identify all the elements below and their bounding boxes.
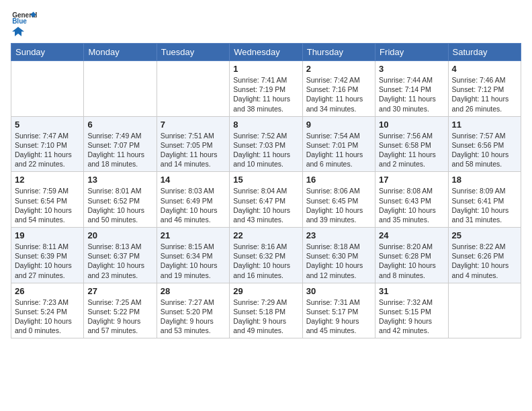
day-info: Sunrise: 7:31 AM Sunset: 5:17 PM Dayligh…: [306, 298, 371, 336]
day-info: Sunrise: 8:09 AM Sunset: 6:41 PM Dayligh…: [452, 186, 517, 224]
calendar-cell: 28Sunrise: 7:27 AM Sunset: 5:20 PM Dayli…: [157, 283, 229, 338]
day-number: 27: [87, 286, 152, 296]
calendar-week-row: 19Sunrise: 8:11 AM Sunset: 6:39 PM Dayli…: [11, 228, 521, 283]
calendar-cell: 22Sunrise: 8:16 AM Sunset: 6:32 PM Dayli…: [230, 228, 302, 283]
calendar-cell: 14Sunrise: 8:03 AM Sunset: 6:49 PM Dayli…: [157, 172, 229, 228]
day-number: 30: [306, 286, 371, 296]
day-number: 15: [233, 175, 298, 185]
day-info: Sunrise: 7:27 AM Sunset: 5:20 PM Dayligh…: [161, 298, 226, 336]
calendar-cell: [11, 61, 84, 117]
day-info: Sunrise: 7:47 AM Sunset: 7:10 PM Dayligh…: [15, 131, 80, 169]
calendar-cell: 27Sunrise: 7:25 AM Sunset: 5:22 PM Dayli…: [84, 283, 157, 338]
calendar-cell: 3Sunrise: 7:44 AM Sunset: 7:14 PM Daylig…: [375, 61, 448, 117]
calendar-cell: 9Sunrise: 7:54 AM Sunset: 7:01 PM Daylig…: [302, 116, 375, 172]
day-of-week-header: Saturday: [448, 44, 521, 61]
day-info: Sunrise: 8:11 AM Sunset: 6:39 PM Dayligh…: [15, 242, 80, 280]
page-header: General Blue: [11, 11, 521, 38]
calendar-cell: [157, 61, 229, 117]
day-number: 10: [379, 120, 444, 130]
day-info: Sunrise: 8:15 AM Sunset: 6:34 PM Dayligh…: [161, 242, 226, 280]
day-info: Sunrise: 7:25 AM Sunset: 5:22 PM Dayligh…: [87, 298, 152, 336]
calendar-cell: 26Sunrise: 7:23 AM Sunset: 5:24 PM Dayli…: [11, 283, 84, 338]
day-info: Sunrise: 8:08 AM Sunset: 6:43 PM Dayligh…: [379, 186, 444, 224]
day-info: Sunrise: 8:22 AM Sunset: 6:26 PM Dayligh…: [452, 242, 517, 280]
day-number: 31: [379, 286, 444, 296]
calendar-cell: 30Sunrise: 7:31 AM Sunset: 5:17 PM Dayli…: [302, 283, 375, 338]
day-number: 16: [306, 175, 371, 185]
calendar-week-row: 5Sunrise: 7:47 AM Sunset: 7:10 PM Daylig…: [11, 116, 521, 172]
day-number: 3: [379, 64, 444, 74]
calendar-week-row: 1Sunrise: 7:41 AM Sunset: 7:19 PM Daylig…: [11, 61, 521, 117]
calendar-header: SundayMondayTuesdayWednesdayThursdayFrid…: [11, 44, 521, 61]
day-info: Sunrise: 7:54 AM Sunset: 7:01 PM Dayligh…: [306, 131, 371, 169]
day-info: Sunrise: 8:18 AM Sunset: 6:30 PM Dayligh…: [306, 242, 371, 280]
day-info: Sunrise: 7:29 AM Sunset: 5:18 PM Dayligh…: [233, 298, 298, 336]
svg-marker-3: [12, 27, 24, 36]
days-of-week-row: SundayMondayTuesdayWednesdayThursdayFrid…: [11, 44, 521, 61]
day-info: Sunrise: 8:13 AM Sunset: 6:37 PM Dayligh…: [87, 242, 152, 280]
calendar-cell: 23Sunrise: 8:18 AM Sunset: 6:30 PM Dayli…: [302, 228, 375, 283]
day-info: Sunrise: 7:42 AM Sunset: 7:16 PM Dayligh…: [306, 75, 371, 113]
calendar-cell: 12Sunrise: 7:59 AM Sunset: 6:54 PM Dayli…: [11, 172, 84, 228]
calendar-cell: 13Sunrise: 8:01 AM Sunset: 6:52 PM Dayli…: [84, 172, 157, 228]
day-number: 28: [161, 286, 226, 296]
day-info: Sunrise: 7:52 AM Sunset: 7:03 PM Dayligh…: [233, 131, 298, 169]
day-info: Sunrise: 7:32 AM Sunset: 5:15 PM Dayligh…: [379, 298, 444, 336]
day-number: 29: [233, 286, 298, 296]
calendar-cell: 18Sunrise: 8:09 AM Sunset: 6:41 PM Dayli…: [448, 172, 521, 228]
day-info: Sunrise: 8:20 AM Sunset: 6:28 PM Dayligh…: [379, 242, 444, 280]
calendar-cell: 7Sunrise: 7:51 AM Sunset: 7:05 PM Daylig…: [157, 116, 229, 172]
calendar-cell: 16Sunrise: 8:06 AM Sunset: 6:45 PM Dayli…: [302, 172, 375, 228]
day-of-week-header: Tuesday: [157, 44, 229, 61]
day-of-week-header: Wednesday: [230, 44, 302, 61]
day-number: 20: [87, 230, 152, 240]
day-info: Sunrise: 7:49 AM Sunset: 7:07 PM Dayligh…: [87, 131, 152, 169]
day-of-week-header: Friday: [375, 44, 448, 61]
day-number: 1: [233, 64, 298, 74]
day-number: 25: [452, 230, 517, 240]
day-number: 6: [87, 120, 152, 130]
calendar-cell: [84, 61, 157, 117]
day-number: 21: [161, 230, 226, 240]
day-info: Sunrise: 7:46 AM Sunset: 7:12 PM Dayligh…: [452, 75, 517, 113]
calendar-cell: 2Sunrise: 7:42 AM Sunset: 7:16 PM Daylig…: [302, 61, 375, 117]
calendar-cell: 8Sunrise: 7:52 AM Sunset: 7:03 PM Daylig…: [230, 116, 302, 172]
day-number: 24: [379, 230, 444, 240]
day-number: 8: [233, 120, 298, 130]
day-number: 17: [379, 175, 444, 185]
logo: General Blue: [11, 11, 38, 38]
calendar-week-row: 12Sunrise: 7:59 AM Sunset: 6:54 PM Dayli…: [11, 172, 521, 228]
svg-text:Blue: Blue: [12, 17, 27, 24]
day-info: Sunrise: 8:06 AM Sunset: 6:45 PM Dayligh…: [306, 186, 371, 224]
day-info: Sunrise: 7:51 AM Sunset: 7:05 PM Dayligh…: [161, 131, 226, 169]
day-number: 13: [87, 175, 152, 185]
day-number: 12: [15, 175, 80, 185]
calendar-cell: 5Sunrise: 7:47 AM Sunset: 7:10 PM Daylig…: [11, 116, 84, 172]
day-number: 2: [306, 64, 371, 74]
day-of-week-header: Monday: [84, 44, 157, 61]
day-info: Sunrise: 8:03 AM Sunset: 6:49 PM Dayligh…: [161, 186, 226, 224]
day-number: 26: [15, 286, 80, 296]
day-info: Sunrise: 7:41 AM Sunset: 7:19 PM Dayligh…: [233, 75, 298, 113]
calendar-cell: 24Sunrise: 8:20 AM Sunset: 6:28 PM Dayli…: [375, 228, 448, 283]
day-number: 5: [15, 120, 80, 130]
day-number: 9: [306, 120, 371, 130]
day-info: Sunrise: 7:44 AM Sunset: 7:14 PM Dayligh…: [379, 75, 444, 113]
calendar-table: SundayMondayTuesdayWednesdayThursdayFrid…: [11, 43, 521, 338]
day-info: Sunrise: 7:23 AM Sunset: 5:24 PM Dayligh…: [15, 298, 80, 336]
calendar-cell: 1Sunrise: 7:41 AM Sunset: 7:19 PM Daylig…: [230, 61, 302, 117]
day-number: 4: [452, 64, 517, 74]
calendar-cell: 6Sunrise: 7:49 AM Sunset: 7:07 PM Daylig…: [84, 116, 157, 172]
day-info: Sunrise: 8:16 AM Sunset: 6:32 PM Dayligh…: [233, 242, 298, 280]
calendar-cell: 11Sunrise: 7:57 AM Sunset: 6:56 PM Dayli…: [448, 116, 521, 172]
day-info: Sunrise: 7:56 AM Sunset: 6:58 PM Dayligh…: [379, 131, 444, 169]
calendar-cell: 19Sunrise: 8:11 AM Sunset: 6:39 PM Dayli…: [11, 228, 84, 283]
calendar-cell: 17Sunrise: 8:08 AM Sunset: 6:43 PM Dayli…: [375, 172, 448, 228]
calendar-week-row: 26Sunrise: 7:23 AM Sunset: 5:24 PM Dayli…: [11, 283, 521, 338]
calendar-cell: 15Sunrise: 8:04 AM Sunset: 6:47 PM Dayli…: [230, 172, 302, 228]
day-info: Sunrise: 8:01 AM Sunset: 6:52 PM Dayligh…: [87, 186, 152, 224]
calendar-cell: 10Sunrise: 7:56 AM Sunset: 6:58 PM Dayli…: [375, 116, 448, 172]
calendar-body: 1Sunrise: 7:41 AM Sunset: 7:19 PM Daylig…: [11, 61, 521, 338]
day-number: 7: [161, 120, 226, 130]
day-number: 18: [452, 175, 517, 185]
